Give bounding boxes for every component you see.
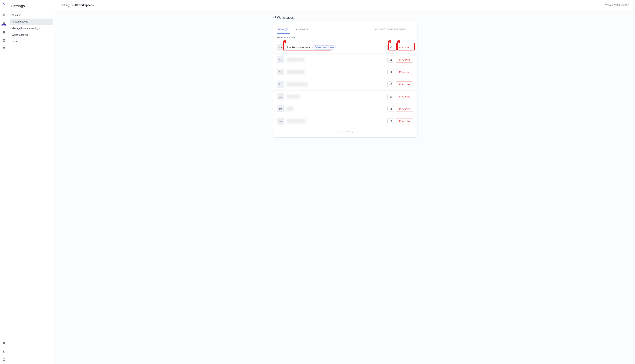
- svg-rect-25: [400, 121, 400, 122]
- workspace-avatar: IM: [277, 106, 284, 112]
- svg-rect-21: [400, 97, 400, 97]
- version-label: Version 2.29.0-ee2.15.1: [605, 4, 629, 6]
- workspace-name: Global W: [287, 94, 300, 99]
- tabs-row: Active (43) Archived (4): [273, 22, 417, 34]
- svg-rect-20: [399, 96, 401, 96]
- svg-point-11: [374, 28, 376, 30]
- nav-item-manage-instance-settings[interactable]: Manage instance settings: [10, 25, 53, 31]
- archive-button[interactable]: Archive: [396, 106, 413, 112]
- archive-button[interactable]: Archive: [396, 69, 413, 75]
- archive-button[interactable]: Archive: [396, 94, 413, 100]
- breadcrumb-root[interactable]: Settings: [61, 4, 70, 6]
- theme-icon[interactable]: [2, 349, 6, 354]
- beta-badge: Beta: [2, 24, 6, 26]
- workspace-row: GLGlobal WArchive: [273, 90, 417, 102]
- workspace-row: JAJacob's spaceArchive: [273, 115, 417, 127]
- svg-rect-0: [3, 14, 4, 14]
- workspace-name: Jacob's space: [287, 119, 306, 123]
- pager-total: / 7: [347, 131, 350, 134]
- workspace-name-wrap: Workspace B: [287, 70, 388, 74]
- tab-active[interactable]: Active (43): [277, 26, 290, 34]
- archive-button[interactable]: Archive: [396, 57, 413, 62]
- workspace-row: IMImpArchive: [273, 102, 417, 115]
- svg-rect-24: [399, 120, 401, 121]
- archive-button[interactable]: Archive: [396, 82, 413, 87]
- workspace-name: Build workspace: [287, 82, 308, 86]
- svg-rect-12: [399, 47, 401, 47]
- workspace-name-wrap: Workspace A: [287, 58, 388, 62]
- tab-archived[interactable]: Archived (4): [295, 26, 309, 34]
- app-logo[interactable]: [2, 2, 6, 6]
- workspace-row: ARToolJet's workspaceCurrent workspaceAr…: [273, 41, 417, 54]
- pager-next[interactable]: ›: [351, 131, 354, 134]
- svg-rect-6: [3, 32, 5, 33]
- svg-rect-18: [399, 84, 401, 84]
- svg-rect-17: [400, 72, 400, 72]
- pager: ‹ / 7 ›: [273, 127, 417, 138]
- current-workspace-pill: Current workspace: [312, 45, 336, 50]
- svg-point-8: [3, 39, 5, 40]
- svg-rect-2: [3, 15, 4, 16]
- workspace-row: ARWorkspace BArchive: [273, 66, 417, 78]
- workspace-count: 47 Workspaces: [273, 16, 418, 20]
- svg-rect-7: [3, 33, 5, 34]
- nav-item-all-workspaces[interactable]: All workspaces: [10, 18, 53, 25]
- workspaces-card: Active (43) Archived (4) Workspace name …: [273, 22, 418, 138]
- svg-rect-22: [399, 108, 401, 108]
- nav-item-license[interactable]: License: [10, 38, 53, 44]
- open-workspace-button[interactable]: [388, 44, 394, 50]
- open-workspace-button[interactable]: [388, 106, 394, 112]
- topbar: Settings › All workspaces Version 2.29.0…: [55, 0, 635, 10]
- open-workspace-button[interactable]: [388, 94, 394, 100]
- workspace-name: Workspace A: [287, 58, 304, 62]
- sidebar-title: Settings: [10, 3, 53, 12]
- datasource-icon[interactable]: [2, 38, 6, 43]
- workspace-row: ARWorkspace AArchive: [273, 54, 417, 66]
- workspace-row: BUBuild workspaceArchive: [273, 78, 417, 90]
- svg-rect-9: [3, 48, 5, 49]
- svg-point-10: [4, 359, 4, 360]
- workspace-name-wrap: Jacob's space: [287, 119, 388, 123]
- settings-icon[interactable]: [2, 357, 6, 362]
- workspace-avatar: AR: [277, 56, 284, 63]
- svg-rect-14: [399, 59, 401, 59]
- svg-rect-19: [400, 84, 400, 85]
- pager-page-input[interactable]: [340, 130, 346, 134]
- workspace-avatar: AR: [277, 68, 284, 76]
- open-workspace-button[interactable]: [388, 57, 394, 62]
- apps-icon[interactable]: [2, 12, 6, 18]
- workspace-name: ToolJet's workspace: [287, 46, 310, 49]
- open-workspace-button[interactable]: [388, 118, 394, 124]
- workspace-avatar: BU: [277, 81, 284, 88]
- workspace-name: Imp: [287, 107, 293, 111]
- workspace-name-wrap: Imp: [287, 107, 388, 111]
- workspace-name-wrap: ToolJet's workspaceCurrent workspace: [287, 45, 388, 50]
- svg-rect-3: [4, 15, 5, 16]
- main: Settings › All workspaces Version 2.29.0…: [55, 0, 635, 364]
- search-input[interactable]: [373, 26, 413, 32]
- open-workspace-button[interactable]: [388, 82, 394, 87]
- users-icon[interactable]: Beta: [2, 20, 6, 25]
- svg-point-4: [4, 22, 4, 23]
- workspace-name: Workspace B: [287, 70, 305, 74]
- notification-icon[interactable]: [2, 340, 6, 346]
- pager-prev[interactable]: ‹: [336, 131, 339, 134]
- open-workspace-button[interactable]: [388, 69, 394, 75]
- breadcrumb-current: All workspaces: [74, 4, 94, 6]
- nav-item-all-users[interactable]: All users: [10, 12, 53, 18]
- column-header-name: Workspace name: [273, 34, 417, 41]
- svg-rect-23: [400, 109, 400, 109]
- archive-button[interactable]: Archive: [396, 44, 413, 50]
- workspace-avatar: JA: [277, 118, 284, 124]
- nav-item-white-labelling[interactable]: White labelling: [10, 32, 53, 38]
- chevron-right-icon: ›: [72, 4, 73, 6]
- workspace-avatar: GL: [277, 93, 284, 100]
- svg-rect-5: [3, 31, 5, 32]
- search-box: [373, 26, 413, 32]
- marketplace-icon[interactable]: [2, 46, 6, 51]
- svg-rect-16: [399, 71, 401, 72]
- workspace-avatar: AR: [277, 44, 284, 51]
- database-icon[interactable]: [2, 30, 6, 35]
- svg-rect-1: [4, 14, 5, 14]
- archive-button[interactable]: Archive: [396, 118, 413, 124]
